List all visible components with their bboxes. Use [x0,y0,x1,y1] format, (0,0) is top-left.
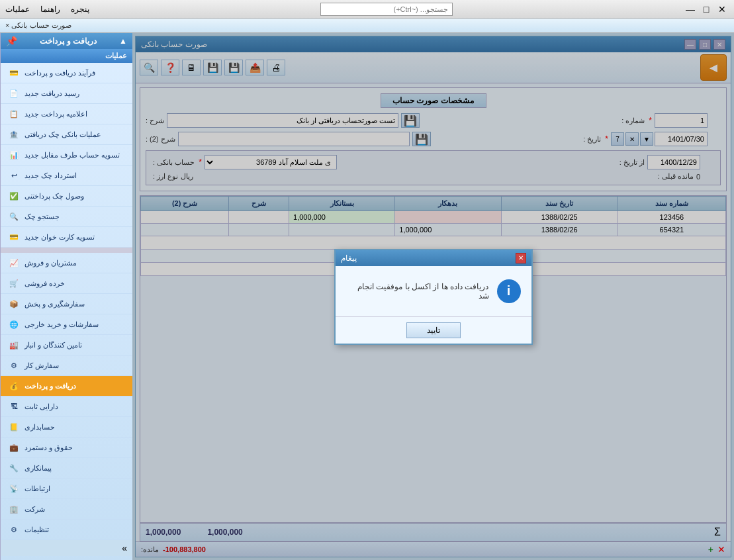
sidebar-cat-9[interactable]: حقوق و دستمزد 💼 [1,438,132,458]
modal-title: پیغام [341,254,357,263]
cat-icon-9: 💼 [7,441,21,454]
sidebar-item-5[interactable]: استرداد چک جدید ↩ [1,165,132,186]
sidebar-inner: ▲ دریافت و پرداخت 📌 عملیات فرآیند دریافت… [1,33,132,556]
modal-dialog: ✕ پیغام i دریافت داده ها از اکسل با موفق… [334,249,533,345]
pin-icon[interactable]: 📌 [6,36,17,46]
confirm-button[interactable]: تایید [406,322,461,338]
cat-icon-3: 🌐 [7,318,21,331]
menu-rahnama[interactable]: راهنما [40,5,60,14]
menu-items: پنجره راهنما عملیات [5,5,89,14]
sidebar-cat-11[interactable]: ارتباطات 📡 [1,479,132,499]
item-icon-2: 📋 [7,107,21,120]
item-icon-5: ↩ [7,169,21,182]
search-box [320,3,453,16]
item-label-8: تسویه کارت خوان جدید [24,233,95,242]
sidebar-header-label: دریافت و پرداخت [40,36,97,46]
expand-icon[interactable]: » [122,543,127,553]
sidebar: ▲ دریافت و پرداخت 📌 عملیات فرآیند دریافت… [0,33,132,560]
app-win-controls[interactable]: ✕ □ — [684,3,729,16]
sidebar-item-3[interactable]: عملیات بانکی چک دریافتی 🏦 [1,124,132,145]
top-menubar: ✕ □ — پنجره راهنما عملیات [0,0,734,19]
cat-label-12: شرکت [24,505,45,514]
cat-label-9: حقوق و دستمزد [24,443,73,452]
breadcrumb-bar: صورت حساب بانکی × [0,19,734,33]
item-label-0: فرآیند دریافت و پرداخت [24,69,95,77]
modal-message: دریافت داده ها از اکسل با موفقیت انجام ش… [346,282,489,301]
sidebar-item-4[interactable]: تسویه حساب طرف مقابل جدید 📊 [1,145,132,165]
item-icon-8: 💳 [7,230,21,244]
cat-icon-12: 🏢 [7,502,21,516]
cat-label-5: سفارش کار [24,361,59,370]
sidebar-cat-8[interactable]: حسابداری 📒 [1,417,132,438]
app-close-btn[interactable]: ✕ [715,3,729,16]
cat-icon-7: 🏗 [7,400,21,413]
sidebar-cat-6[interactable]: دریافت و پرداخت 💰 [1,376,132,397]
cat-label-1: خرده فروشی [24,279,65,288]
cat-label-4: تامین کنندگان و انبار [24,341,82,350]
info-icon: i [497,279,521,303]
sidebar-cat-2[interactable]: سفارشگیری و پخش 📦 [1,294,132,314]
cat-icon-6: 💰 [7,379,21,393]
item-icon-1: 📄 [7,87,21,100]
item-icon-4: 📊 [7,148,21,162]
cat-label-13: تنظیمات [24,526,49,534]
content-area: ✕ □ — صورت حساب بانکی ◄ 🖨 📤 💾 💾 🖥 ❓ [132,33,734,560]
sidebar-cat-10[interactable]: پیمانکاری 🔧 [1,458,132,479]
collapse-icon: ▲ [119,36,127,46]
sidebar-item-7[interactable]: جستجو چک 🔍 [1,207,132,227]
cat-label-2: سفارشگیری و پخش [24,300,85,308]
sidebar-cat-13[interactable]: تنظیمات ⚙ [1,520,132,540]
cat-icon-10: 🔧 [7,461,21,475]
sidebar-collapse-header[interactable]: ▲ دریافت و پرداخت 📌 [1,33,132,49]
item-icon-6: ✅ [7,189,21,203]
item-icon-7: 🔍 [7,210,21,223]
modal-close-btn[interactable]: ✕ [516,253,526,263]
operations-title: عملیات [1,49,132,63]
cat-icon-8: 📒 [7,420,21,434]
item-label-6: وصول چک پرداختنی [24,192,84,201]
search-input[interactable] [320,3,453,16]
cat-icon-13: ⚙ [7,523,21,536]
item-icon-3: 🏦 [7,128,21,141]
modal-body: i دریافت داده ها از اکسل با موفقیت انجام… [336,266,531,316]
cat-label-11: ارتباطات [24,485,50,493]
expand-section: » [1,540,132,556]
menu-tanzeemat[interactable]: پنجره [71,5,89,14]
item-label-2: اعلامیه پرداخت جدید [24,110,87,118]
sidebar-item-1[interactable]: رسید دریافت جدید 📄 [1,83,132,104]
cat-label-6: دریافت و پرداخت [24,382,76,391]
app-minimize-btn[interactable]: — [684,3,697,16]
sidebar-cat-7[interactable]: دارایی ثابت 🏗 [1,397,132,417]
cat-label-10: پیمانکاری [24,464,52,473]
info-symbol: i [507,283,511,299]
item-label-3: عملیات بانکی چک دریافتی [24,130,101,139]
cat-icon-4: 🏭 [7,338,21,351]
item-label-7: جستجو چک [24,212,60,221]
cat-label-7: دارایی ثابت [24,402,58,411]
cat-label-0: مشتریان و فروش [24,259,77,267]
sidebar-cat-5[interactable]: سفارش کار ⚙ [1,355,132,376]
modal-titlebar: ✕ پیغام [336,250,531,266]
cat-icon-1: 🛒 [7,277,21,290]
sidebar-cat-3[interactable]: سفارشات و خرید خارجی 🌐 [1,314,132,335]
modal-footer: تایید [336,316,531,344]
sidebar-item-2[interactable]: اعلامیه پرداخت جدید 📋 [1,104,132,124]
sidebar-item-6[interactable]: وصول چک پرداختنی ✅ [1,186,132,207]
item-label-4: تسویه حساب طرف مقابل جدید [24,151,120,160]
app-restore-btn[interactable]: □ [700,3,713,16]
cat-label-8: حسابداری [24,423,55,432]
cat-label-3: سفارشات و خرید خارجی [24,320,99,329]
cat-icon-5: ⚙ [7,359,21,372]
sidebar-cat-0[interactable]: مشتریان و فروش 📈 [1,253,132,273]
sidebar-item-0[interactable]: فرآیند دریافت و پرداخت 💳 [1,63,132,83]
cat-icon-2: 📦 [7,297,21,310]
breadcrumb-text: صورت حساب بانکی × [5,21,71,30]
modal-overlay: ✕ پیغام i دریافت داده ها از اکسل با موفق… [132,33,734,560]
sidebar-cat-12[interactable]: شرکت 🏢 [1,499,132,520]
sidebar-item-8[interactable]: تسویه کارت خوان جدید 💳 [1,227,132,248]
menu-amaliyat[interactable]: عملیات [5,5,30,14]
section-divider [1,248,132,253]
sidebar-cat-4[interactable]: تامین کنندگان و انبار 🏭 [1,335,132,355]
cat-icon-11: 📡 [7,482,21,495]
sidebar-cat-1[interactable]: خرده فروشی 🛒 [1,273,132,294]
